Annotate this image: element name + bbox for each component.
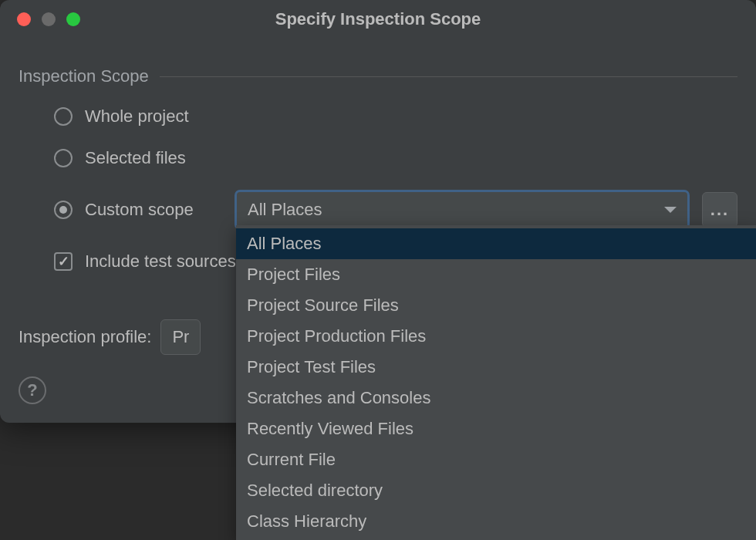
browse-scope-button[interactable]: ... [702, 192, 737, 228]
section-header: Inspection Scope [19, 66, 737, 86]
minimize-window-icon[interactable] [42, 12, 56, 26]
checkbox-icon [54, 252, 73, 271]
dropdown-item-project-production-files[interactable]: Project Production Files [236, 321, 756, 352]
inspection-profile-combobox[interactable]: Pr [160, 319, 201, 355]
checkbox-label: Include test sources [85, 251, 236, 272]
dropdown-item-scratches-consoles[interactable]: Scratches and Consoles [236, 383, 756, 413]
inspection-profile-label: Inspection profile: [19, 327, 151, 347]
scope-dropdown-list: All Places Project Files Project Source … [236, 225, 756, 540]
dropdown-item-selected-directory[interactable]: Selected directory [236, 475, 756, 506]
dropdown-item-project-files[interactable]: Project Files [236, 259, 756, 290]
radio-custom-scope[interactable] [54, 201, 73, 219]
dropdown-item-project-test-files[interactable]: Project Test Files [236, 352, 756, 383]
dialog-title: Specify Inspection Scope [0, 9, 756, 29]
dropdown-item-project-source-files[interactable]: Project Source Files [236, 290, 756, 321]
section-title: Inspection Scope [19, 66, 149, 86]
maximize-window-icon[interactable] [66, 12, 80, 26]
section-divider [160, 76, 737, 77]
radio-selected-files[interactable]: Selected files [54, 148, 737, 168]
dropdown-item-recently-viewed-files[interactable]: Recently Viewed Files [236, 413, 756, 444]
combobox-value: All Places [248, 200, 322, 220]
radio-label: Selected files [85, 148, 186, 168]
window-controls [0, 12, 80, 26]
radio-icon [54, 149, 73, 167]
close-window-icon[interactable] [17, 12, 31, 26]
dropdown-item-class-hierarchy[interactable]: Class Hierarchy [236, 506, 756, 537]
titlebar: Specify Inspection Scope [0, 0, 756, 39]
radio-label: Custom scope [85, 200, 222, 220]
custom-scope-combobox[interactable]: All Places [235, 190, 690, 230]
dropdown-item-current-file[interactable]: Current File [236, 444, 756, 475]
radio-whole-project[interactable]: Whole project [54, 106, 737, 127]
radio-icon [54, 107, 73, 126]
radio-label: Whole project [85, 106, 189, 127]
combobox-value: Pr [172, 327, 189, 347]
chevron-down-icon [664, 207, 677, 213]
help-button[interactable]: ? [19, 376, 46, 404]
dropdown-item-all-places[interactable]: All Places [236, 228, 756, 259]
radio-custom-scope-row: Custom scope All Places ... [54, 190, 737, 230]
